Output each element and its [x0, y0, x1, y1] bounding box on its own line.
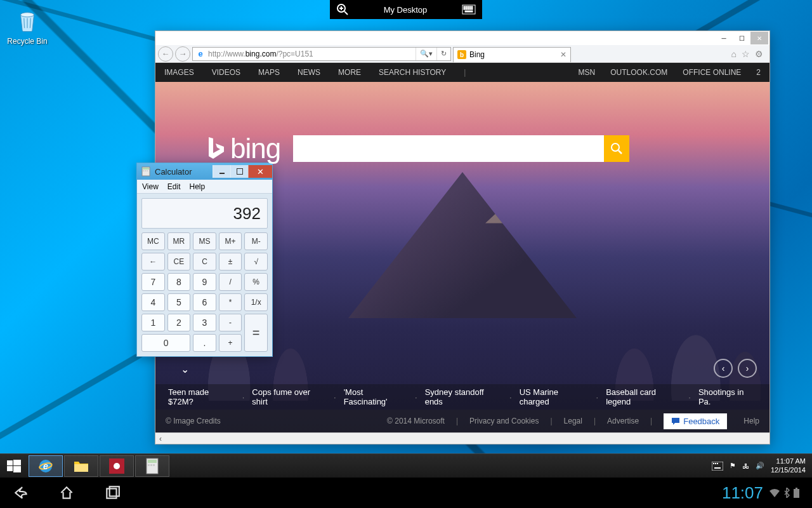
tab-bing[interactable]: b Bing ✕ [453, 47, 571, 62]
menu-edit[interactable]: Edit [167, 182, 181, 191]
key-8[interactable]: 8 [167, 273, 191, 291]
favorites-icon[interactable]: ☆ [742, 49, 750, 59]
key-backspace[interactable]: ← [141, 253, 165, 271]
refresh-button[interactable]: ↻ [436, 48, 450, 60]
key-sqrt[interactable]: √ [244, 253, 268, 271]
key-9[interactable]: 9 [193, 273, 216, 291]
svg-rect-16 [465, 11, 473, 12]
scroll-left-icon[interactable]: ‹ [159, 434, 162, 443]
forward-button[interactable]: → [175, 46, 190, 62]
key-multiply[interactable]: * [219, 293, 242, 311]
key-5[interactable]: 5 [167, 293, 191, 311]
calc-close-button[interactable]: ✕ [248, 165, 272, 178]
menu-view[interactable]: View [142, 182, 159, 191]
nav-maps[interactable]: MAPS [258, 68, 280, 77]
news-item[interactable]: US Marine charged [520, 387, 589, 406]
calc-minimize-button[interactable] [213, 165, 230, 178]
start-button[interactable] [0, 454, 28, 478]
nav-images[interactable]: IMAGES [164, 68, 194, 77]
footer-help[interactable]: Help [743, 417, 759, 425]
expand-down-icon[interactable]: ⌄ [181, 363, 189, 375]
recycle-bin-icon[interactable]: Recycle Bin [5, 5, 49, 46]
nav-videos[interactable]: VIDEOS [212, 68, 240, 77]
taskbar-explorer[interactable] [64, 455, 98, 477]
news-ticker: Teen made $72M?· Cops fume over shirt· '… [155, 384, 769, 410]
address-bar[interactable]: e http://www.bing.com/?pc=U151 🔍 ▾ ↻ [192, 47, 451, 61]
key-3[interactable]: 3 [193, 314, 216, 331]
android-home-button[interactable] [58, 485, 75, 501]
news-item[interactable]: Sydney standoff ends [425, 387, 502, 406]
bing-search-input[interactable] [293, 135, 604, 162]
key-reciprocal[interactable]: 1/x [244, 293, 268, 311]
home-icon[interactable]: ⌂ [731, 49, 737, 59]
maximize-button[interactable]: ☐ [733, 32, 750, 44]
key-ms[interactable]: MS [193, 232, 216, 250]
key-minus[interactable]: - [219, 314, 242, 331]
close-button[interactable]: ✕ [750, 32, 768, 44]
carousel-next-button[interactable]: › [738, 359, 757, 378]
svg-point-0 [21, 13, 34, 17]
footer-privacy[interactable]: Privacy and Cookies [469, 417, 539, 425]
android-recents-button[interactable] [104, 485, 121, 501]
footer-legal[interactable]: Legal [564, 417, 582, 425]
key-c[interactable]: C [193, 253, 216, 271]
key-mplus[interactable]: M+ [219, 232, 242, 250]
news-item[interactable]: Teen made $72M? [168, 387, 235, 406]
key-equals[interactable]: = [244, 314, 268, 352]
key-mc[interactable]: MC [141, 232, 165, 250]
network-icon[interactable]: 🖧 [742, 462, 749, 470]
nav-msn[interactable]: MSN [579, 68, 596, 77]
key-ce[interactable]: CE [167, 253, 191, 271]
nav-news[interactable]: NEWS [298, 68, 320, 77]
image-credits[interactable]: © Image Credits [166, 417, 221, 425]
calc-maximize-button[interactable] [230, 165, 248, 178]
taskbar-calculator[interactable] [135, 455, 169, 477]
key-mminus[interactable]: M- [244, 232, 268, 250]
key-7[interactable]: 7 [141, 273, 165, 291]
taskbar-app-red[interactable] [100, 455, 134, 477]
key-plus[interactable]: + [219, 334, 242, 352]
carousel-prev-button[interactable]: ‹ [714, 359, 733, 378]
key-mr[interactable]: MR [167, 232, 191, 250]
taskbar-ie[interactable]: e [29, 455, 63, 477]
tab-close-icon[interactable]: ✕ [560, 50, 566, 59]
osk-icon[interactable] [712, 462, 723, 471]
android-back-button[interactable] [13, 485, 29, 501]
settings-icon[interactable]: ⚙ [755, 49, 763, 59]
minimize-button[interactable]: ─ [715, 32, 733, 44]
feedback-button[interactable]: Feedback [664, 413, 727, 429]
back-button[interactable]: ← [158, 46, 173, 62]
keyboard-icon[interactable] [462, 4, 476, 15]
nav-office[interactable]: OFFICE ONLINE [683, 68, 741, 77]
key-negate[interactable]: ± [219, 253, 242, 271]
key-decimal[interactable]: . [193, 334, 216, 352]
menu-help[interactable]: Help [189, 182, 205, 191]
key-percent[interactable]: % [244, 273, 268, 291]
rewards-count[interactable]: 2 [756, 68, 761, 77]
key-0[interactable]: 0 [141, 334, 190, 352]
svg-rect-10 [471, 6, 473, 8]
news-item[interactable]: Baseball card legend [606, 387, 681, 406]
taskbar-clock[interactable]: 11:07 AM 12/15/2014 [771, 457, 806, 474]
zoom-icon[interactable] [336, 3, 349, 16]
calculator-display: 392 [141, 198, 268, 229]
footer-advertise[interactable]: Advertise [607, 417, 639, 425]
news-item[interactable]: 'Most Fascinating' [344, 387, 407, 406]
key-6[interactable]: 6 [193, 293, 216, 311]
news-item[interactable]: Cops fume over shirt [252, 387, 326, 406]
bing-favicon-icon: b [457, 50, 466, 59]
key-2[interactable]: 2 [167, 314, 191, 331]
nav-history[interactable]: SEARCH HISTORY [379, 68, 446, 77]
volume-icon[interactable]: 🔊 [756, 462, 764, 470]
ie-titlebar[interactable]: ─ ☐ ✕ [155, 31, 769, 45]
calculator-titlebar[interactable]: Calculator ✕ [137, 163, 272, 180]
nav-outlook[interactable]: OUTLOOK.COM [610, 68, 667, 77]
key-divide[interactable]: / [219, 273, 242, 291]
key-1[interactable]: 1 [141, 314, 165, 331]
flag-icon[interactable]: ⚑ [730, 462, 736, 470]
bing-search-button[interactable] [604, 135, 629, 162]
news-item[interactable]: Shootings in Pa. [698, 387, 757, 406]
search-dropdown-icon[interactable]: 🔍 ▾ [416, 48, 436, 60]
key-4[interactable]: 4 [141, 293, 165, 311]
nav-more[interactable]: MORE [338, 68, 361, 77]
